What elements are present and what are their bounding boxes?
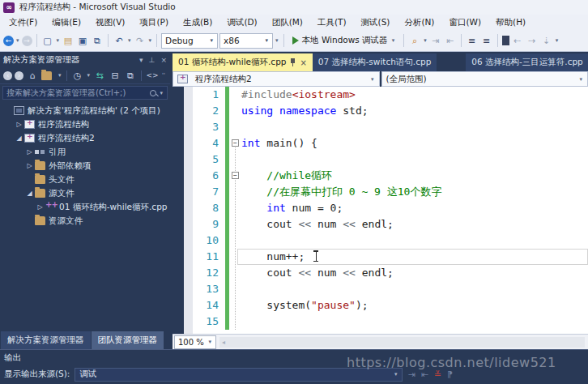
code-line[interactable]: 1#include<iostream> — [193, 87, 588, 103]
tree-item[interactable]: 头文件 — [0, 173, 170, 186]
undo-icon[interactable]: ↶ — [113, 34, 126, 47]
document-tab[interactable]: 07 选择结构-switch语句.cpp — [313, 53, 437, 71]
menu-item[interactable]: 生成(B) — [176, 15, 219, 30]
chevron-collapsed-icon[interactable]: ▷ — [35, 203, 45, 211]
switch-views-dropdown-icon[interactable]: ▾ — [58, 72, 62, 79]
redo-icon[interactable]: ↷ — [134, 34, 147, 47]
menu-item[interactable]: 测试(S) — [354, 15, 398, 30]
explorer-overflow-icon[interactable]: '' — [161, 72, 166, 79]
tree-item[interactable]: ◢程序流程结构2 — [0, 131, 170, 145]
menu-item[interactable]: 团队(M) — [265, 15, 310, 30]
redo-dropdown-icon[interactable]: ▾ — [148, 37, 153, 44]
indent-decrease-icon[interactable]: ≡ — [466, 34, 479, 47]
explorer-back-icon[interactable]: ‹ — [3, 71, 12, 80]
menu-item[interactable]: 文件(F) — [2, 15, 45, 30]
pin-icon[interactable] — [290, 58, 296, 66]
tree-item[interactable]: 资源文件 — [0, 214, 170, 228]
code-line[interactable]: 3 — [193, 119, 588, 135]
find-message-icon[interactable]: ⇥ — [407, 369, 415, 380]
code-line[interactable]: 6− //while循环 — [193, 168, 588, 184]
fold-collapse-icon[interactable]: − — [232, 139, 239, 147]
menu-item[interactable]: 工具(T) — [310, 15, 354, 30]
menu-item[interactable]: 调试(D) — [219, 15, 264, 30]
sync-selection-icon[interactable]: ⇆ — [93, 69, 106, 82]
pin-icon[interactable]: ⊥ — [149, 56, 156, 64]
solution-platform-combo[interactable]: x86▾ — [219, 33, 273, 49]
output-source-combo[interactable]: 调试▾ — [75, 368, 403, 382]
breakpoint-margin[interactable] — [173, 87, 184, 334]
menu-item[interactable]: 帮助(H) — [488, 15, 533, 30]
code-line[interactable]: 5 — [193, 151, 588, 168]
code-line[interactable]: 13 — [193, 281, 588, 297]
chevron-collapsed-icon[interactable]: ▷ — [24, 148, 35, 156]
home-icon[interactable]: ⌂ — [26, 69, 39, 82]
prev-bookmark-icon[interactable]: ⇠ — [511, 34, 524, 47]
tree-item[interactable]: ◢源文件 — [0, 186, 170, 200]
save-all-icon[interactable]: ⧉ — [91, 34, 104, 47]
code-editor[interactable]: 1#include<iostream>2using namespace std;… — [173, 87, 588, 334]
code-line[interactable]: 10 — [193, 233, 588, 249]
document-tab[interactable]: 06 选择结构-三目运算符.cpp — [466, 53, 588, 71]
view-code-icon[interactable]: <> — [146, 69, 159, 82]
start-debug-button[interactable]: 本地 Windows 调试器 ▾ — [288, 32, 400, 49]
scope-combo[interactable]: (全局范围) ▾ — [381, 71, 588, 87]
solution-config-combo[interactable]: Debug▾ — [161, 33, 218, 49]
next-bookmark-icon[interactable]: ⇢ — [526, 34, 539, 47]
code-line[interactable]: 8 int num = 0; — [193, 200, 588, 216]
panel-tab[interactable]: 团队资源管理器 — [92, 331, 164, 349]
undo-dropdown-icon[interactable]: ▾ — [127, 37, 132, 44]
switch-views-icon[interactable] — [41, 71, 52, 80]
horizontal-scrollbar[interactable]: ◂ — [219, 337, 585, 348]
pending-changes-icon[interactable]: ◷ — [71, 69, 84, 82]
solution-search-box[interactable]: 搜索解决方案资源管理器(Ctrl+;) ▾ — [2, 86, 168, 100]
code-line[interactable]: 7 //在屏幕中打印 0 ~ 9 这10个数字 — [193, 184, 588, 200]
toolbar-overflow-icon[interactable]: ▾ — [555, 37, 560, 44]
overflow-icon[interactable]: ▾ — [423, 37, 428, 44]
panel-tab[interactable]: 解决方案资源管理器 — [1, 331, 91, 349]
back-dropdown-icon[interactable]: ▾ — [15, 37, 20, 44]
fold-collapse-icon[interactable]: − — [232, 172, 239, 179]
clear-bookmarks-icon[interactable]: ⇣ — [540, 34, 553, 47]
menu-item[interactable]: 项目(P) — [132, 15, 176, 30]
code-line[interactable]: 11 num++; — [193, 249, 588, 265]
tree-item[interactable]: ▷01 循环结构-while循环.cpp — [0, 200, 170, 214]
word-wrap-icon[interactable]: ⁋ — [447, 369, 453, 380]
menu-item[interactable]: 视图(V) — [88, 15, 132, 30]
menu-item[interactable]: 窗口(W) — [441, 15, 488, 30]
tree-item[interactable]: ▷程序流程结构 — [0, 117, 170, 131]
explorer-forward-icon[interactable]: › — [15, 71, 23, 80]
open-file-icon[interactable]: ▤ — [62, 34, 75, 47]
properties-icon[interactable]: ⧉ — [124, 69, 137, 82]
code-line[interactable]: 2using namespace std; — [193, 103, 588, 119]
navigate-back-icon[interactable]: ← — [3, 36, 14, 46]
menu-item[interactable]: 分析(N) — [397, 15, 441, 30]
document-tab[interactable]: 01 循环结构-while循环.cpp× — [173, 53, 313, 71]
code-line[interactable]: 15 — [193, 314, 588, 330]
chevron-collapsed-icon[interactable]: ▷ — [14, 121, 24, 128]
menu-item[interactable]: 编辑(E) — [45, 15, 88, 30]
chevron-expanded-icon[interactable]: ◢ — [14, 134, 24, 142]
step-over-icon[interactable]: ⇤ — [444, 34, 457, 47]
window-position-icon[interactable]: ▾ — [139, 56, 143, 64]
new-file-dropdown-icon[interactable]: ▾ — [56, 37, 61, 44]
platform-dropdown-icon[interactable]: ▾ — [275, 37, 279, 44]
find-next-icon[interactable]: ⇤ — [421, 369, 428, 380]
navigate-forward-icon[interactable]: → — [22, 36, 32, 46]
indent-increase-icon[interactable]: ≡ — [480, 34, 493, 47]
close-icon[interactable]: × — [160, 56, 167, 64]
collapse-all-icon[interactable]: ⊟ — [109, 69, 121, 82]
search-dropdown-icon[interactable]: ▾ — [159, 90, 164, 96]
code-line[interactable]: 12 cout << num << endl; — [193, 265, 588, 281]
code-line[interactable]: 4−int main() { — [193, 135, 588, 151]
tree-item[interactable]: ▷引用 — [0, 145, 170, 159]
clear-all-icon[interactable]: ≚ — [434, 369, 441, 380]
attach-process-icon[interactable]: ⌕ — [408, 34, 421, 47]
code-line[interactable]: 9 cout << num << endl; — [193, 216, 588, 233]
zoom-level-combo[interactable]: 100 %▾ — [174, 335, 216, 349]
step-into-icon[interactable]: ⇥ — [429, 34, 442, 47]
tree-item[interactable]: ▷外部依赖项 — [0, 159, 170, 173]
close-tab-icon[interactable]: × — [300, 58, 306, 67]
save-icon[interactable]: ▣ — [76, 34, 89, 47]
chevron-collapsed-icon[interactable]: ▷ — [24, 162, 35, 169]
new-file-icon[interactable]: ▢ — [41, 34, 54, 47]
